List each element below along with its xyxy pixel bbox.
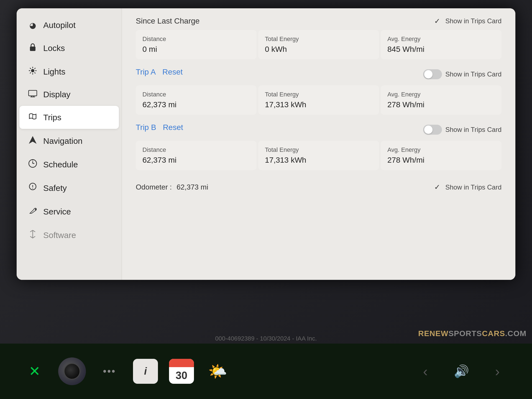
trip-b-reset-button[interactable]: Reset (163, 123, 183, 132)
software-icon (28, 230, 38, 241)
since-last-charge-energy-label: Total Energy (265, 35, 372, 43)
sidebar-item-label: Schedule (43, 160, 78, 169)
trip-a-toggle[interactable] (423, 69, 442, 79)
trip-b-header: Trip B Reset Show in Trips Card (136, 123, 502, 136)
since-last-charge-title: Since Last Charge (136, 17, 200, 25)
trip-a-energy-value: 17,313 kWh (265, 100, 372, 109)
trip-b-avg-card: Avg. Energy 278 Wh/mi (381, 141, 502, 170)
sidebar-item-display[interactable]: Display (19, 84, 119, 105)
since-last-charge-show-in-card[interactable]: ✓ Show in Trips Card (434, 17, 502, 25)
trip-b-distance-card: Distance 62,373 mi (136, 141, 257, 170)
camera-icon[interactable] (58, 357, 86, 385)
sidebar-item-locks[interactable]: Locks (19, 37, 119, 60)
sidebar-item-autopilot[interactable]: ◕ Autopilot (19, 14, 119, 36)
safety-icon (28, 183, 38, 193)
main-content: Since Last Charge ✓ Show in Trips Card D… (122, 8, 515, 280)
trip-b-label[interactable]: Trip B (136, 123, 156, 132)
calendar-icon[interactable]: 30 (169, 359, 194, 384)
trip-a-distance-label: Distance (142, 91, 250, 98)
trip-b-show-in-card[interactable]: Show in Trips Card (423, 125, 502, 135)
since-last-charge-avg-card: Avg. Energy 845 Wh/mi (381, 30, 502, 59)
svg-rect-0 (30, 47, 35, 51)
info-button[interactable]: i (133, 359, 158, 384)
weather-icon[interactable]: 🌤️ (205, 359, 230, 384)
schedule-icon (28, 159, 38, 170)
footer-text: 000-40692389 - 10/30/2024 - IAA Inc. (215, 335, 317, 342)
since-last-charge-energy-value: 0 kWh (265, 45, 372, 54)
svg-line-8 (34, 68, 35, 69)
trip-a-show-in-card[interactable]: Show in Trips Card (423, 69, 502, 79)
trip-a-header: Trip A Reset Show in Trips Card (136, 68, 502, 81)
trip-b-toggle[interactable] (423, 125, 442, 135)
trip-a-energy-label: Total Energy (265, 91, 372, 98)
since-last-charge-section: Since Last Charge ✓ Show in Trips Card D… (136, 17, 502, 59)
trip-b-energy-value: 17,313 kWh (265, 156, 372, 165)
service-icon (28, 206, 38, 217)
svg-marker-15 (29, 136, 37, 144)
sidebar-item-schedule[interactable]: Schedule (19, 153, 119, 176)
dots-icon: ••• (103, 365, 116, 377)
next-arrow-button[interactable]: › (485, 359, 510, 384)
trip-b-energy-label: Total Energy (265, 146, 372, 154)
watermark: RENEWSPORTSCARS.COM (418, 329, 526, 338)
dots-button[interactable]: ••• (97, 359, 122, 384)
trip-b-title-row: Trip B Reset (136, 123, 183, 132)
odometer-label: Odometer : (136, 183, 172, 191)
since-last-charge-energy-card: Total Energy 0 kWh (258, 30, 379, 59)
since-last-charge-avg-label: Avg. Energy (387, 35, 495, 43)
watermark-cars: CARS (482, 329, 505, 338)
sidebar-item-label: Service (43, 207, 71, 216)
sidebar-item-label: Lights (43, 67, 65, 76)
svg-point-22 (32, 188, 33, 189)
sidebar-item-trips[interactable]: Trips (19, 106, 119, 129)
trip-b-data-row: Distance 62,373 mi Total Energy 17,313 k… (136, 141, 502, 170)
trip-b-avg-label: Avg. Energy (387, 146, 495, 154)
trip-a-label[interactable]: Trip A (136, 68, 156, 76)
svg-line-6 (30, 68, 31, 69)
odometer-card-label: Show in Trips Card (445, 183, 502, 191)
trip-a-avg-card: Avg. Energy 278 Wh/mi (381, 85, 502, 115)
display-icon (28, 90, 38, 99)
since-last-charge-header: Since Last Charge ✓ Show in Trips Card (136, 17, 502, 25)
tesla-screen: ◕ Autopilot Locks (17, 8, 515, 280)
trip-b-energy-card: Total Energy 17,313 kWh (258, 141, 379, 170)
watermark-sports: SPORTS (448, 329, 482, 338)
prev-arrow-button[interactable]: ‹ (413, 359, 438, 384)
sidebar-item-label: Locks (43, 44, 65, 53)
trip-a-avg-label: Avg. Energy (387, 91, 495, 98)
since-last-charge-avg-value: 845 Wh/mi (387, 45, 495, 54)
camera-inner (64, 363, 80, 380)
calendar-day: 30 (176, 367, 187, 384)
volume-button[interactable]: 🔊 (449, 359, 474, 384)
screen-wrapper: ◕ Autopilot Locks (0, 0, 532, 399)
weather-emoji: 🌤️ (208, 362, 227, 380)
odometer-show-in-card[interactable]: ✓ Show in Trips Card (434, 183, 502, 191)
trip-a-card-label: Show in Trips Card (445, 70, 502, 78)
prev-arrow-icon: ‹ (423, 363, 428, 379)
trip-b-avg-value: 278 Wh/mi (387, 156, 495, 165)
volume-icon: 🔊 (454, 364, 469, 378)
next-arrow-icon: › (495, 363, 500, 379)
lock-icon (28, 43, 38, 53)
sidebar-item-safety[interactable]: Safety (19, 177, 119, 200)
sidebar-item-navigation[interactable]: Navigation (19, 129, 119, 152)
sidebar: ◕ Autopilot Locks (17, 8, 122, 280)
svg-line-9 (30, 72, 31, 73)
odometer-value: 62,373 mi (177, 183, 208, 191)
trip-a-distance-card: Distance 62,373 mi (136, 85, 257, 115)
trip-a-data-row: Distance 62,373 mi Total Energy 17,313 k… (136, 85, 502, 115)
trip-a-section: Trip A Reset Show in Trips Card Distance… (136, 68, 502, 115)
sidebar-item-service[interactable]: Service (19, 200, 119, 223)
svg-point-19 (32, 159, 33, 160)
trip-a-title-row: Trip A Reset (136, 68, 183, 76)
trip-a-reset-button[interactable]: Reset (162, 68, 183, 76)
trip-a-energy-card: Total Energy 17,313 kWh (258, 85, 379, 115)
since-last-charge-distance-card: Distance 0 mi (136, 30, 257, 59)
sidebar-item-software[interactable]: Software (19, 224, 119, 247)
lights-icon (28, 66, 38, 77)
sidebar-item-lights[interactable]: Lights (19, 60, 119, 83)
odometer-text: Odometer : 62,373 mi (136, 183, 208, 191)
camera-lens (58, 357, 86, 385)
sidebar-item-label: Trips (43, 113, 62, 122)
close-button[interactable]: ✕ (22, 359, 47, 384)
